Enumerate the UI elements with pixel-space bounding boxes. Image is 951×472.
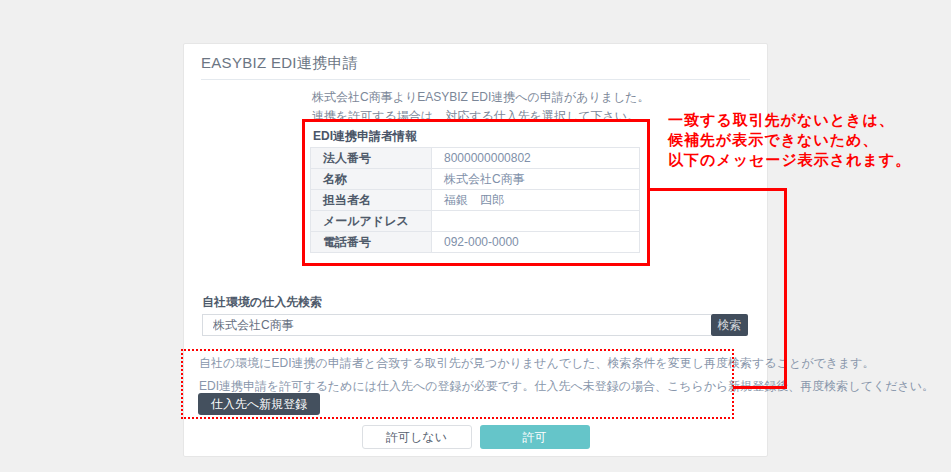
applicant-info-table: 法人番号 8000000000802 名称 株式会社C商事 担当者名 福銀 四郎… [310, 147, 640, 253]
applicant-info-highlight-frame: EDI連携申請者情報 法人番号 8000000000802 名称 株式会社C商事… [302, 119, 650, 266]
edi-application-card: EASYBIZ EDI連携申請 株式会社C商事よりEASYBIZ EDI連携への… [183, 43, 768, 457]
applicant-info-section-title: EDI連携申請者情報 [313, 128, 417, 145]
row-value-phone: 092-000-0000 [432, 232, 640, 253]
row-label-email: メールアドレス [311, 211, 432, 232]
title-divider [201, 79, 750, 80]
table-row: 電話番号 092-000-0000 [311, 232, 640, 253]
supplier-search-input[interactable] [202, 314, 711, 336]
supplier-search-label: 自社環境の仕入先検索 [202, 294, 322, 311]
description-line-1: 株式会社C商事よりEASYBIZ EDI連携への申請がありました。 [312, 88, 650, 107]
row-value-contact-person: 福銀 四郎 [432, 190, 640, 211]
annotation-connector-vertical-line [784, 188, 787, 389]
supplier-search-row: 検索 [202, 314, 748, 336]
annotation-line-3: 以下のメッセージ表示されます。 [668, 150, 911, 170]
register-supplier-button[interactable]: 仕入先へ新規登録 [198, 393, 320, 415]
row-label-corporate-number: 法人番号 [311, 148, 432, 169]
table-row: 法人番号 8000000000802 [311, 148, 640, 169]
annotation-connector-bottom-line [733, 386, 787, 389]
footer-actions: 許可しない 許可 [184, 425, 767, 449]
row-label-contact-person: 担当者名 [311, 190, 432, 211]
table-row: メールアドレス [311, 211, 640, 232]
deny-button[interactable]: 許可しない [362, 425, 472, 449]
allow-button[interactable]: 許可 [480, 425, 590, 449]
annotation-line-2: 候補先が表示できないため、 [668, 130, 911, 150]
table-row: 担当者名 福銀 四郎 [311, 190, 640, 211]
row-value-name: 株式会社C商事 [432, 169, 640, 190]
search-button[interactable]: 検索 [711, 314, 748, 336]
row-value-email [432, 211, 640, 232]
row-label-name: 名称 [311, 169, 432, 190]
annotation-connector-top-line [650, 188, 787, 191]
table-row: 名称 株式会社C商事 [311, 169, 640, 190]
annotation-note: 一致する取引先がないときは、 候補先が表示できないため、 以下のメッセージ表示さ… [668, 110, 911, 170]
page-title: EASYBIZ EDI連携申請 [201, 54, 358, 73]
annotation-line-1: 一致する取引先がないときは、 [668, 110, 911, 130]
row-value-corporate-number: 8000000000802 [432, 148, 640, 169]
no-match-message-line-1: 自社の環境にEDI連携の申請者と合致する取引先が見つかりませんでした、検索条件を… [199, 355, 875, 372]
no-match-message-highlight-frame: 自社の環境にEDI連携の申請者と合致する取引先が見つかりませんでした、検索条件を… [181, 349, 734, 419]
row-label-phone: 電話番号 [311, 232, 432, 253]
